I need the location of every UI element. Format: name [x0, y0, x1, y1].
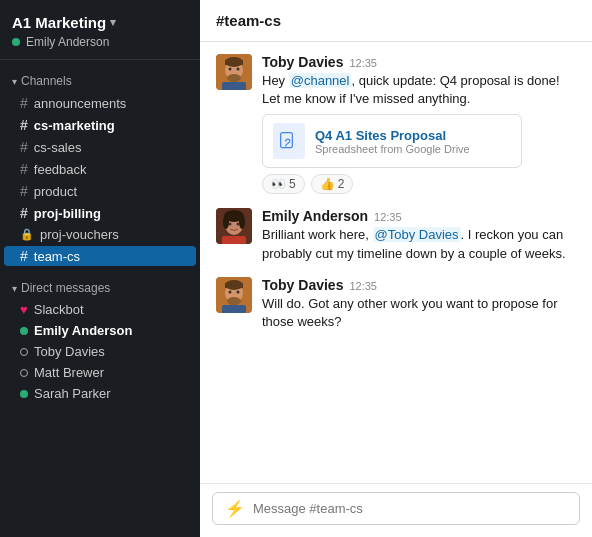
sidebar-item-proj-vouchers[interactable]: 🔒 proj-vouchers	[4, 225, 196, 244]
channels-section-header[interactable]: ▾ Channels	[0, 60, 200, 92]
sarah-status-dot	[20, 390, 28, 398]
emily-status-dot	[20, 327, 28, 335]
channel-label: feedback	[34, 162, 87, 177]
msg-3-content: Toby Davies 12:35 Will do. Got any other…	[262, 277, 576, 331]
msg-1-header: Toby Davies 12:35	[262, 54, 576, 70]
sidebar: A1 Marketing ▾ Emily Anderson ▾ Channels…	[0, 0, 200, 537]
attachment-info: Q4 A1 Sites Proposal Spreadsheet from Go…	[315, 128, 470, 155]
reaction-count: 2	[338, 177, 345, 191]
message-1: Toby Davies 12:35 Hey @channel, quick up…	[216, 54, 576, 194]
msg-1-attachment[interactable]: Q4 A1 Sites Proposal Spreadsheet from Go…	[262, 114, 522, 168]
svg-point-13	[239, 215, 245, 229]
svg-point-5	[229, 68, 232, 71]
workspace-title: A1 Marketing	[12, 14, 106, 31]
dm-item-matt[interactable]: Matt Brewer	[4, 363, 196, 382]
svg-rect-3	[225, 60, 243, 65]
toby-status-dot	[20, 348, 28, 356]
attachment-name: Q4 A1 Sites Proposal	[315, 128, 470, 143]
msg-2-time: 12:35	[374, 211, 402, 223]
hash-icon: #	[20, 95, 28, 111]
messages-area: Toby Davies 12:35 Hey @channel, quick up…	[200, 42, 592, 483]
sidebar-item-cs-sales[interactable]: # cs-sales	[4, 137, 196, 157]
svg-point-4	[227, 74, 241, 82]
mention-toby: @Toby Davies	[373, 227, 461, 242]
svg-point-15	[237, 223, 240, 226]
channel-header: #team-cs	[200, 0, 592, 42]
dm-item-emily[interactable]: Emily Anderson	[4, 321, 196, 340]
channel-label: proj-vouchers	[40, 227, 119, 242]
msg-1-text: Hey @channel, quick update: Q4 proposal …	[262, 72, 576, 108]
message-2: Emily Anderson 12:35 Brilliant work here…	[216, 208, 576, 262]
avatar-emily	[216, 208, 252, 244]
msg-3-author: Toby Davies	[262, 277, 343, 293]
sidebar-item-product[interactable]: # product	[4, 181, 196, 201]
msg-1-reactions: 👀 5 👍 2	[262, 174, 576, 194]
user-online-dot	[12, 38, 20, 46]
avatar-toby-2	[216, 277, 252, 313]
reaction-count: 5	[289, 177, 296, 191]
msg-1-time: 12:35	[349, 57, 377, 69]
sidebar-item-team-cs[interactable]: # team-cs	[4, 246, 196, 266]
channel-label: team-cs	[34, 249, 80, 264]
lock-icon: 🔒	[20, 228, 34, 241]
svg-rect-16	[222, 236, 246, 244]
workspace-header: A1 Marketing ▾ Emily Anderson	[0, 0, 200, 60]
mention-channel: @channel	[289, 73, 352, 88]
message-3: Toby Davies 12:35 Will do. Got any other…	[216, 277, 576, 331]
sidebar-item-feedback[interactable]: # feedback	[4, 159, 196, 179]
svg-point-12	[223, 215, 229, 229]
message-input-area: ⚡	[200, 483, 592, 537]
current-user-status: Emily Anderson	[12, 35, 188, 49]
svg-rect-24	[222, 305, 246, 313]
dm-label: Matt Brewer	[34, 365, 104, 380]
dm-label: Sarah Parker	[34, 386, 111, 401]
hash-icon: #	[20, 117, 28, 133]
attachment-sub: Spreadsheet from Google Drive	[315, 143, 470, 155]
dm-section-label: Direct messages	[21, 281, 110, 295]
msg-3-time: 12:35	[349, 280, 377, 292]
hash-icon: #	[20, 205, 28, 221]
svg-point-21	[227, 297, 241, 305]
channels-arrow-icon: ▾	[12, 76, 17, 87]
msg-2-content: Emily Anderson 12:35 Brilliant work here…	[262, 208, 576, 262]
svg-rect-20	[225, 283, 243, 288]
dm-label: Emily Anderson	[34, 323, 132, 338]
slackbot-heart-icon: ♥	[20, 302, 28, 317]
sidebar-item-announcements[interactable]: # announcements	[4, 93, 196, 113]
svg-rect-7	[222, 82, 246, 90]
svg-point-22	[229, 290, 232, 293]
channel-label: cs-marketing	[34, 118, 115, 133]
dm-label: Toby Davies	[34, 344, 105, 359]
msg-1-content: Toby Davies 12:35 Hey @channel, quick up…	[262, 54, 576, 194]
attachment-file-icon	[273, 123, 305, 159]
svg-point-6	[237, 68, 240, 71]
dm-item-toby[interactable]: Toby Davies	[4, 342, 196, 361]
msg-2-text: Brilliant work here, @Toby Davies. I rec…	[262, 226, 576, 262]
sidebar-item-proj-billing[interactable]: # proj-billing	[4, 203, 196, 223]
dm-label: Slackbot	[34, 302, 84, 317]
message-input-box: ⚡	[212, 492, 580, 525]
sidebar-item-cs-marketing[interactable]: # cs-marketing	[4, 115, 196, 135]
channel-label: proj-billing	[34, 206, 101, 221]
dm-item-sarah[interactable]: Sarah Parker	[4, 384, 196, 403]
message-input[interactable]	[253, 501, 567, 516]
svg-point-23	[237, 290, 240, 293]
msg-2-header: Emily Anderson 12:35	[262, 208, 576, 224]
dm-item-slackbot[interactable]: ♥ Slackbot	[4, 300, 196, 319]
hash-icon: #	[20, 183, 28, 199]
channel-title: #team-cs	[216, 12, 281, 29]
matt-status-dot	[20, 369, 28, 377]
current-user-name: Emily Anderson	[26, 35, 109, 49]
main-panel: #team-cs	[200, 0, 592, 537]
reaction-thumbsup[interactable]: 👍 2	[311, 174, 354, 194]
svg-point-14	[229, 223, 232, 226]
lightning-icon: ⚡	[225, 499, 245, 518]
dm-section-header[interactable]: ▾ Direct messages	[0, 267, 200, 299]
reaction-eyes[interactable]: 👀 5	[262, 174, 305, 194]
msg-3-text: Will do. Got any other work you want to …	[262, 295, 576, 331]
workspace-name[interactable]: A1 Marketing ▾	[12, 14, 188, 31]
channel-label: announcements	[34, 96, 127, 111]
dm-arrow-icon: ▾	[12, 283, 17, 294]
channel-label: cs-sales	[34, 140, 82, 155]
msg-2-author: Emily Anderson	[262, 208, 368, 224]
